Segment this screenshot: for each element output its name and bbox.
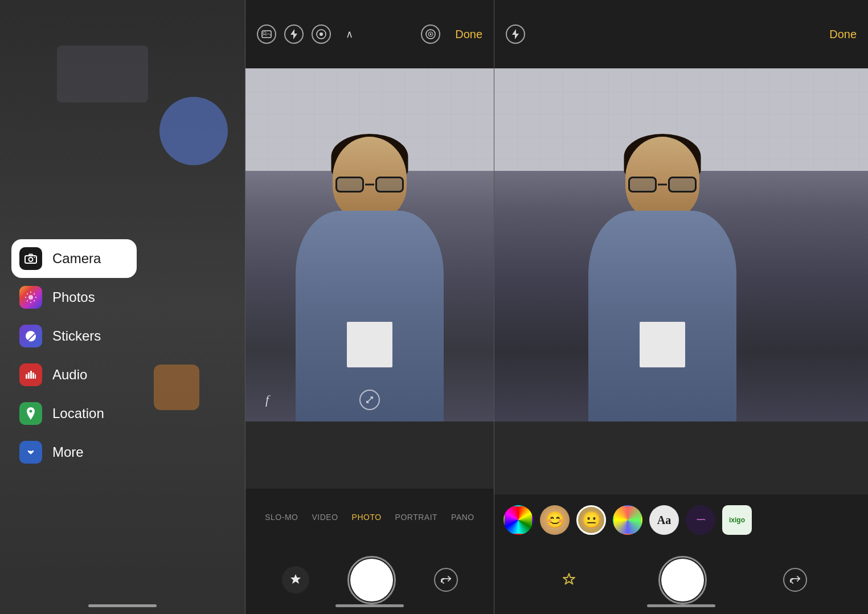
shutter-outer xyxy=(347,556,396,604)
svg-rect-0 xyxy=(25,256,36,263)
mode-buttons: SLO-MO VIDEO PHOTO PORTRAIT PANO xyxy=(265,513,474,522)
menu-item-audio[interactable]: Audio xyxy=(11,355,137,394)
sticker-colorful[interactable] xyxy=(613,505,642,535)
person-silhouette xyxy=(290,137,449,421)
right-glasses-left xyxy=(628,177,657,193)
sticker-animated-selected[interactable]: 😐 xyxy=(576,505,606,535)
shutter-area-middle xyxy=(245,546,494,614)
svg-rect-12 xyxy=(263,32,266,34)
mode-video[interactable]: VIDEO xyxy=(312,513,338,522)
svg-point-2 xyxy=(34,257,35,258)
resize-button[interactable] xyxy=(359,390,380,410)
camera-icon xyxy=(19,247,42,270)
shutter-button[interactable] xyxy=(350,559,393,601)
more-label: More xyxy=(52,444,84,460)
glasses-bridge xyxy=(365,184,374,186)
flip-camera-button[interactable] xyxy=(434,568,458,592)
bg-orange xyxy=(154,365,199,410)
menu-item-location[interactable]: Location xyxy=(11,394,137,433)
mode-selector: SLO-MO VIDEO PHOTO PORTRAIT PANO xyxy=(245,489,494,546)
svg-rect-8 xyxy=(35,374,36,379)
svg-point-1 xyxy=(29,257,33,261)
camera-label: Camera xyxy=(52,251,101,267)
right-panel: Done 😊 😐 xyxy=(494,0,868,614)
chevron-up-icon[interactable]: ∧ xyxy=(346,28,353,40)
right-glasses-bridge xyxy=(658,184,667,186)
done-button-middle[interactable]: Done xyxy=(455,28,482,41)
sticker-text-aa[interactable]: Aa xyxy=(649,505,679,535)
right-person-body xyxy=(588,211,736,421)
mode-photo[interactable]: PHOTO xyxy=(352,513,382,522)
right-shutter-outer xyxy=(658,556,707,604)
right-shutter-button[interactable] xyxy=(661,559,704,601)
camera-top-bar: ∧ Done xyxy=(245,0,494,68)
mode-portrait[interactable]: PORTRAIT xyxy=(395,513,438,522)
person-head xyxy=(333,137,407,219)
glasses xyxy=(335,177,404,193)
middle-panel: ∧ Done f xyxy=(245,0,494,614)
right-flash-button[interactable] xyxy=(506,24,525,44)
bg-photo xyxy=(57,46,148,103)
right-flip-camera-button[interactable] xyxy=(783,568,807,592)
sticker-face1[interactable]: 😊 xyxy=(540,505,570,535)
flash-button[interactable] xyxy=(284,24,304,44)
svg-point-14 xyxy=(320,32,323,36)
right-person-shirt xyxy=(640,322,685,367)
camera-view-middle: f xyxy=(245,68,494,421)
menu-item-stickers[interactable]: Stickers xyxy=(11,317,137,355)
location-icon xyxy=(19,402,42,425)
glasses-right xyxy=(375,177,404,193)
sticker-glitch[interactable]: ~~~ xyxy=(686,505,715,535)
glasses-left xyxy=(335,177,364,193)
audio-label: Audio xyxy=(52,367,87,383)
mode-pano[interactable]: PANO xyxy=(451,513,474,522)
top-bar-icons xyxy=(257,24,331,44)
right-person-head xyxy=(625,137,699,219)
home-indicator xyxy=(88,604,157,607)
target-button[interactable] xyxy=(421,24,440,44)
photos-icon xyxy=(19,286,42,309)
home-indicator-middle xyxy=(335,604,404,607)
left-panel: Camera Photos Stickers xyxy=(0,0,245,614)
svg-rect-7 xyxy=(32,373,34,379)
menu-item-camera[interactable]: Camera xyxy=(11,239,137,278)
photos-label: Photos xyxy=(52,289,95,305)
person-shirt xyxy=(347,322,392,367)
effects-button[interactable] xyxy=(282,566,309,593)
location-label: Location xyxy=(52,406,104,421)
more-icon xyxy=(19,441,42,464)
bg-circle xyxy=(159,97,228,165)
done-button-right[interactable]: Done xyxy=(829,28,857,41)
svg-point-10 xyxy=(25,447,36,458)
sticker-rainbow[interactable] xyxy=(503,505,533,535)
sticker-row: 😊 😐 Aa ~~~ ixigo xyxy=(494,494,868,546)
svg-rect-4 xyxy=(26,374,27,379)
sticker-ixigo[interactable]: ixigo xyxy=(722,505,752,535)
audio-icon xyxy=(19,363,42,386)
shutter-area-right xyxy=(494,546,868,614)
svg-point-3 xyxy=(28,295,33,300)
live-button[interactable] xyxy=(312,24,331,44)
right-glasses xyxy=(628,177,697,193)
right-top-bar: Done xyxy=(494,0,868,68)
stickers-label: Stickers xyxy=(52,328,101,344)
right-glasses-right xyxy=(668,177,697,193)
favorites-button[interactable] xyxy=(555,566,583,593)
gallery-button[interactable] xyxy=(257,24,276,44)
menu-item-photos[interactable]: Photos xyxy=(11,278,137,317)
menu-item-more[interactable]: More xyxy=(11,433,137,472)
home-indicator-right xyxy=(647,604,715,607)
right-person-silhouette xyxy=(583,137,742,421)
svg-rect-5 xyxy=(28,373,30,379)
mode-slomo[interactable]: SLO-MO xyxy=(265,513,298,522)
menu-container: Camera Photos Stickers xyxy=(11,239,137,472)
stickers-icon xyxy=(19,325,42,347)
camera-view-right xyxy=(494,68,868,421)
svg-rect-6 xyxy=(30,371,32,379)
font-icon[interactable]: f xyxy=(265,392,269,407)
svg-point-17 xyxy=(430,34,432,35)
